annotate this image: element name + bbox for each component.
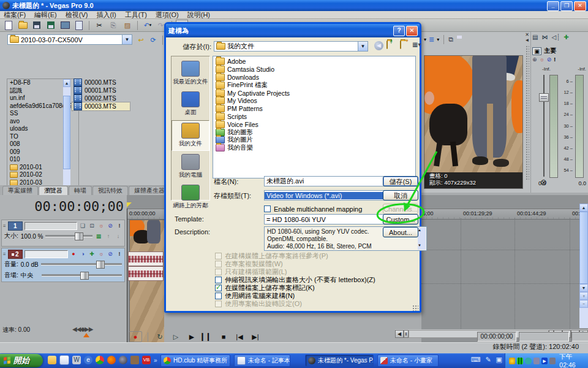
master-mute-icon[interactable]: ⊘ xyxy=(547,56,552,63)
paste-icon[interactable]: ▨ xyxy=(121,20,134,31)
tree-item[interactable]: 009 xyxy=(7,148,71,156)
timeline-marker-icon[interactable] xyxy=(127,202,132,207)
selection-end-box[interactable] xyxy=(519,332,569,342)
file-item[interactable]: 00002.MTS xyxy=(72,94,130,102)
place-item[interactable]: 我最近的文件 xyxy=(172,59,209,88)
track-down-icon[interactable]: ↓ xyxy=(115,234,122,239)
master-fader[interactable] xyxy=(543,75,545,177)
explorer-refresh-icon[interactable]: ⟳ xyxy=(147,34,159,46)
up-one-level-icon[interactable]: ↟ xyxy=(386,41,388,48)
dim-output-icon[interactable]: ◁┊ xyxy=(551,34,560,40)
track1-name-field[interactable] xyxy=(24,222,77,230)
taskbar-window-hdclub[interactable]: HD.club 精研事務所 ... xyxy=(160,355,230,367)
taskbar-window-paint[interactable]: 未命名 - 小畫家 xyxy=(377,355,439,367)
language-band[interactable]: ⌨✎▣ xyxy=(470,356,502,364)
menu-item[interactable]: 插入(I) xyxy=(96,10,116,20)
ql-folder-icon[interactable] xyxy=(48,356,56,364)
timecode-display[interactable]: 00:00:00;00 xyxy=(6,199,124,217)
ql-notepad-icon[interactable] xyxy=(59,355,69,365)
undo-icon[interactable]: ↶▾ xyxy=(141,20,154,31)
track2-name-field[interactable] xyxy=(24,250,68,258)
tree-item[interactable]: 2010-01 xyxy=(7,164,71,172)
insert-bus-icon[interactable]: ▤ xyxy=(532,34,538,40)
tray-alert-icon[interactable] xyxy=(509,358,515,364)
dialog-folder-item[interactable]: Downloads xyxy=(213,74,415,82)
timeline-vscrollbar[interactable]: ▲ ▼ ＋ － xyxy=(579,204,588,328)
tree-item[interactable]: SS xyxy=(7,110,71,118)
preview-quality-dropdown-icon[interactable]: ▾ xyxy=(437,37,439,42)
render-option-checkbox[interactable]: 使用專案輸出旋轉設定(O) xyxy=(215,300,375,308)
save-button[interactable]: 儲存(S) xyxy=(383,176,418,186)
ql-ie-icon[interactable]: e xyxy=(84,356,92,364)
record-button[interactable]: ● xyxy=(129,331,142,342)
open-icon[interactable] xyxy=(17,20,29,31)
bypass-motion-blur-icon[interactable]: ▦ xyxy=(95,234,102,239)
mute2-icon[interactable]: ⊘ xyxy=(107,251,114,257)
ql-camera-icon[interactable] xyxy=(130,356,139,364)
rate-marker-icon[interactable] xyxy=(83,333,89,337)
track2-pan-slider[interactable] xyxy=(42,274,122,277)
taskbar-window-vegas[interactable]: 未標題的 *- Vegas P... xyxy=(305,355,374,367)
play-button[interactable]: ▶ xyxy=(186,332,198,342)
stop-button[interactable]: ■ xyxy=(217,332,230,342)
shuttle-control[interactable]: ◀◀◆▶▶ xyxy=(72,326,92,332)
dialog-close-icon[interactable]: ✕ xyxy=(406,26,418,36)
track-fx2-icon[interactable]: ☼ xyxy=(97,251,105,257)
tree-item[interactable]: uloads xyxy=(7,125,71,133)
menu-item[interactable]: 檔案(F) xyxy=(4,10,26,20)
menu-item[interactable]: 檢視(V) xyxy=(66,10,88,20)
dialog-folder-item[interactable]: Voice Files xyxy=(213,120,415,128)
cut-icon[interactable]: ✂ xyxy=(93,20,105,31)
place-item[interactable]: 網路上的芳鄰 xyxy=(172,183,209,212)
cursor-position-box[interactable]: 00:00:00;00 xyxy=(477,332,516,342)
ql-chrome-icon[interactable] xyxy=(96,356,104,364)
dialog-folder-item[interactable]: 我的圖形 xyxy=(213,128,415,136)
tree-item[interactable]: 2010-02 xyxy=(7,171,71,179)
tree-item[interactable]: 010 xyxy=(7,156,71,164)
dialog-folder-item[interactable]: My Captivate Projects xyxy=(213,89,415,97)
dialog-folder-item[interactable]: FinePrint 檔案 xyxy=(213,81,415,89)
tree-item[interactable]: un.inf xyxy=(7,94,71,102)
audio-track-header[interactable]: ≡ 2 ● ◑ ✚ ☼ ⊘ ! 音量: 0.0 dB 音場: 中央 xyxy=(1,248,125,282)
solo-icon[interactable]: ! xyxy=(116,223,123,229)
dock-tab[interactable]: 專案媒體 xyxy=(2,186,38,195)
dialog-help-icon[interactable]: ? xyxy=(393,26,405,36)
tree-item[interactable]: 認識 xyxy=(7,87,71,95)
taskbar-clock[interactable]: 下午 02:46 xyxy=(559,353,588,368)
tree-item[interactable]: aefde6a9d61ca708dd27 xyxy=(7,102,71,110)
dock-tab[interactable]: 瀏覽器 xyxy=(39,186,68,195)
video-track-header[interactable]: ≡ 1 ❏ ⊡ ☼ ⊘ ! 大小: 100.0 % ▦ ↑ ↓ xyxy=(1,220,125,247)
audio-event-waveform-1[interactable] xyxy=(128,251,164,266)
description-scrollbar[interactable]: ▲ ▼ xyxy=(418,228,426,250)
ql-word-icon[interactable]: W xyxy=(72,356,81,364)
mute-icon[interactable]: ⊘ xyxy=(107,223,114,229)
custom-button[interactable]: Custom... xyxy=(383,214,418,224)
dialog-folder-item[interactable]: Camtasia Studio xyxy=(213,66,415,74)
close-button[interactable]: ✕ xyxy=(574,1,586,11)
audio-event-waveform-2[interactable] xyxy=(128,266,164,281)
record-arm-icon[interactable]: ● xyxy=(70,251,77,257)
insert-fx-icon[interactable]: ✚ xyxy=(88,251,96,257)
play-from-start-button[interactable]: ▷ xyxy=(170,332,182,342)
dialog-folder-item[interactable]: 我的圖片 xyxy=(213,136,415,144)
place-item[interactable]: 我的文件 xyxy=(172,120,209,151)
invert-phase-icon[interactable]: ◑ xyxy=(79,251,86,257)
tree-item[interactable]: +D8-F8 xyxy=(7,79,71,87)
menu-item[interactable]: 說明(H) xyxy=(187,10,210,20)
restore-button[interactable]: ❒ xyxy=(560,1,573,11)
trimmer-icon[interactable] xyxy=(73,20,85,31)
timeline-ruler-right[interactable]: 5;00 00:01:29;29 00:01:44;29 00:0 xyxy=(421,209,588,220)
explorer-address-combo[interactable]: 2010-03-07-CX500V ▼ xyxy=(7,34,132,45)
preview-device-dropdown-icon[interactable]: ▾ xyxy=(424,37,426,42)
cancel-button[interactable]: 取消 xyxy=(383,190,418,201)
multichannel-checkbox[interactable]: Enable multichannel mapping xyxy=(264,205,362,213)
master-solo-icon[interactable]: ! xyxy=(554,56,556,63)
tray-volume-icon[interactable] xyxy=(549,358,556,364)
back-nav-icon[interactable]: ◀ xyxy=(374,41,383,50)
timeline-ruler-left[interactable]: 0:00:00;00 xyxy=(127,209,164,220)
dialog-folder-item[interactable]: Scripts xyxy=(213,113,415,121)
master-fx-icon[interactable]: ☼ xyxy=(540,56,545,63)
copy-icon[interactable]: ⎘ xyxy=(107,20,119,31)
dialog-folder-item[interactable]: PM Patterns xyxy=(213,105,415,113)
tray-network-icon[interactable] xyxy=(533,358,540,364)
